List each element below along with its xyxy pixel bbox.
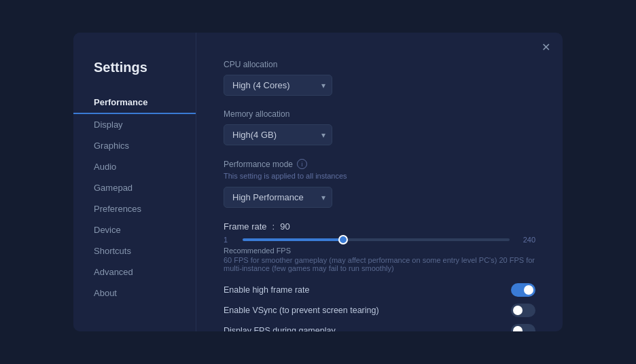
perf-mode-label: Performance mode: [224, 160, 293, 169]
slider-row: 1 240: [224, 236, 535, 244]
perf-mode-select-wrapper: High PerformanceBalancedPower Saver ▾: [224, 187, 332, 208]
recommended-fps-section: Recommended FPS 60 FPS for smoother game…: [224, 247, 535, 272]
memory-select-wrapper: High(4 GB)Medium(2 GB)Low(1 GB) ▾: [224, 124, 332, 145]
perf-mode-sub: This setting is applied to all instances: [224, 172, 535, 180]
recommended-fps-title: Recommended FPS: [224, 247, 535, 255]
cpu-allocation-label: CPU allocation: [224, 60, 535, 69]
display-fps-toggle[interactable]: [511, 324, 535, 331]
perf-mode-info-icon[interactable]: i: [297, 159, 307, 169]
sidebar-item-audio[interactable]: Audio: [73, 156, 196, 177]
frame-rate-slider[interactable]: [243, 238, 510, 241]
enable-high-frame-label: Enable high frame rate: [224, 285, 309, 295]
sidebar-item-about[interactable]: About: [73, 283, 196, 304]
sidebar-item-device[interactable]: Device: [73, 219, 196, 240]
frame-rate-label: Frame rate: [224, 221, 267, 232]
enable-high-frame-knob: [524, 285, 533, 295]
sidebar-item-advanced[interactable]: Advanced: [73, 261, 196, 283]
frame-rate-row: Frame rate : 90: [224, 221, 535, 232]
slider-min-label: 1: [224, 236, 237, 244]
enable-vsync-toggle[interactable]: [511, 304, 535, 317]
sidebar-item-graphics[interactable]: Graphics: [73, 135, 196, 156]
display-fps-label: Display FPS during gameplay: [224, 326, 336, 331]
frame-rate-slider-container: 1 240: [224, 236, 535, 244]
enable-vsync-row: Enable VSync (to prevent screen tearing): [224, 304, 535, 317]
memory-select[interactable]: High(4 GB)Medium(2 GB)Low(1 GB): [224, 124, 332, 145]
cpu-select[interactable]: High (4 Cores)Medium (2 Cores)Low (1 Cor…: [224, 75, 332, 96]
enable-vsync-knob: [513, 306, 523, 315]
perf-mode-select[interactable]: High PerformanceBalancedPower Saver: [224, 187, 332, 208]
recommended-fps-text: 60 FPS for smoother gameplay (may affect…: [224, 256, 535, 272]
sidebar-item-shortcuts[interactable]: Shortcuts: [73, 240, 196, 261]
enable-high-frame-toggle[interactable]: [511, 283, 535, 297]
sidebar-item-display[interactable]: Display: [73, 114, 196, 135]
enable-vsync-label: Enable VSync (to prevent screen tearing): [224, 306, 379, 315]
sidebar: Settings PerformanceDisplayGraphicsAudio…: [73, 33, 196, 331]
display-fps-row: Display FPS during gameplay: [224, 324, 535, 331]
settings-modal: ✕ Settings PerformanceDisplayGraphicsAud…: [73, 33, 563, 331]
sidebar-item-preferences[interactable]: Preferences: [73, 198, 196, 219]
frame-rate-separator: :: [272, 221, 275, 232]
sidebar-item-performance[interactable]: Performance: [73, 92, 196, 114]
perf-mode-label-row: Performance mode i: [224, 159, 535, 169]
display-fps-knob: [513, 326, 523, 331]
app-container: ✕ Settings PerformanceDisplayGraphicsAud…: [0, 0, 636, 364]
sidebar-item-gamepad[interactable]: Gamepad: [73, 177, 196, 198]
cpu-select-wrapper: High (4 Cores)Medium (2 Cores)Low (1 Cor…: [224, 75, 332, 96]
settings-title: Settings: [73, 60, 196, 92]
close-button[interactable]: ✕: [538, 39, 553, 54]
memory-allocation-label: Memory allocation: [224, 109, 535, 119]
close-icon: ✕: [542, 41, 550, 54]
slider-max-label: 240: [515, 236, 535, 244]
main-content: CPU allocation High (4 Cores)Medium (2 C…: [196, 33, 563, 331]
frame-rate-value: 90: [280, 221, 289, 232]
enable-high-frame-row: Enable high frame rate: [224, 283, 535, 297]
